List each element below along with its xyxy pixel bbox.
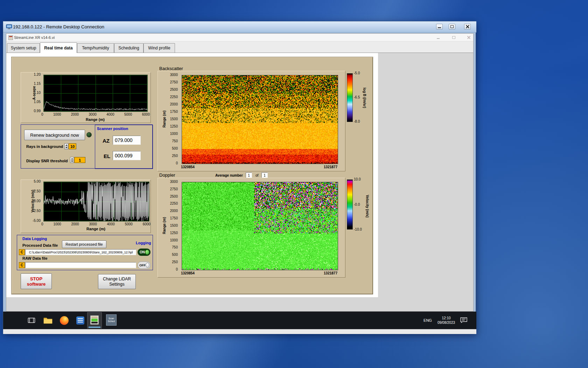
firefox-icon[interactable] (59, 316, 69, 325)
rdp-titlebar[interactable]: 192.168.0.122 - Remote Desktop Connectio… (3, 21, 476, 33)
processed-logging-toggle[interactable]: ON (138, 248, 150, 256)
document-app-icon[interactable] (76, 316, 84, 324)
doppler-plot (182, 182, 338, 270)
velocity-plot-canvas (44, 182, 149, 221)
logging-label: Logging (136, 241, 151, 245)
active-app-underline (89, 327, 100, 328)
snr-spinner[interactable] (70, 157, 74, 163)
tick-label: 5.00 (34, 180, 41, 183)
background-controls-group: Renew background now Rays in background … (21, 124, 153, 169)
change-lidar-settings-button[interactable]: Change LiDAR Settings (98, 274, 136, 289)
toggle-on-label: ON (140, 250, 145, 254)
el-value-field[interactable]: 000.099 (113, 151, 141, 160)
vi-app-icon (8, 35, 13, 41)
stop-software-button[interactable]: STOP software (21, 273, 52, 289)
vi-front-panel: A-scope 1.201.151.101.050.99 01000200030… (6, 53, 378, 297)
tick-label: 2000 (170, 209, 178, 213)
maximize-icon (452, 36, 455, 39)
toggle-knob-icon (146, 263, 149, 268)
ascope-x-ticks: 0100020003000400050006000 (41, 113, 150, 117)
tick-label: 10.0 (354, 178, 360, 181)
snr-value-field[interactable]: 1 (74, 157, 85, 163)
rdp-window-title: 192.168.0.122 - Remote Desktop Connectio… (13, 24, 104, 29)
streamline-app-icon[interactable] (90, 315, 99, 325)
app-titlebar[interactable]: StreamLine XR v14-6.vi (6, 34, 473, 41)
stop-button-line2: software (27, 281, 46, 287)
clock-time: 12:10 (442, 316, 450, 320)
tab-wind-profile[interactable]: Wind profile (144, 43, 175, 53)
thumb-green-band (91, 319, 98, 322)
spin-down-icon[interactable] (71, 161, 73, 162)
backscatter-x-start: 1320854 (181, 165, 195, 169)
scanner-position-group: Scanner position AZ 079.000 EL 000.099 (95, 125, 153, 169)
app-maximize-button[interactable] (451, 35, 456, 40)
ascope-y-ticks: 1.201.151.101.050.99 (23, 73, 42, 113)
spin-up-icon[interactable] (71, 158, 73, 159)
stop-button-line1: STOP (30, 276, 42, 281)
rdp-window: 192.168.0.122 - Remote Desktop Connectio… (3, 21, 476, 334)
taskbar-clock[interactable]: 12:10 09/08/2023 (435, 315, 457, 326)
taskbar: Scan Sched ENG 12:10 09/08/2023 (3, 312, 476, 329)
raw-drive-box[interactable]: C (19, 262, 25, 268)
data-logging-title: Data Logging (22, 237, 47, 241)
restart-processed-file-button[interactable]: Restart processed file (62, 240, 106, 248)
close-button[interactable] (464, 24, 471, 29)
task-view-icon[interactable] (27, 316, 36, 325)
average-number-field[interactable]: 1 (246, 172, 252, 178)
app-minimize-button[interactable] (436, 35, 441, 40)
tick-label: 2500 (170, 195, 178, 198)
file-explorer-icon[interactable] (43, 316, 52, 325)
tick-label: 500 (172, 253, 178, 257)
backscatter-x-end: 1321877 (309, 165, 337, 169)
active-app-slot[interactable] (87, 312, 102, 328)
tab-temp-humidity[interactable]: Temp/humidity (77, 43, 114, 53)
tick-label: 0 (41, 222, 43, 226)
tick-label: 1000 (53, 222, 61, 226)
tab-real-time-data[interactable]: Real time data (40, 42, 77, 53)
backscatter-plot (182, 75, 338, 164)
doppler-y-ticks: 3000275025002250200017501500125010007505… (165, 180, 179, 271)
window-bottom-strip (3, 329, 476, 334)
velocity-y-ticks: 5.002.500.00-2.50-5.00 (25, 180, 42, 223)
doppler-colorbar (347, 179, 353, 230)
scan-scheduler-tile: Scan Sched (106, 314, 117, 326)
raw-path-input[interactable] (25, 262, 136, 268)
average-number-label: Average number (215, 173, 243, 177)
spin-down-icon[interactable] (65, 147, 68, 148)
tick-label: 4000 (106, 113, 114, 117)
maximize-icon (450, 25, 454, 28)
rays-spinner[interactable] (64, 143, 68, 149)
spin-up-icon[interactable] (65, 144, 68, 146)
processed-drive-box[interactable]: C (19, 249, 25, 255)
tick-label: 250 (172, 260, 178, 264)
clock-date: 09/08/2023 (438, 320, 455, 325)
app-close-button[interactable] (466, 35, 471, 40)
raw-logging-toggle[interactable]: OFF (138, 261, 150, 269)
renew-background-button[interactable]: Renew background now (24, 130, 85, 140)
scan-scheduler-icon[interactable]: Scan Sched (106, 314, 117, 326)
average-total-field[interactable]: 1 (261, 172, 268, 178)
tick-label: 1750 (170, 217, 178, 220)
action-center-icon[interactable] (460, 316, 468, 323)
tick-label: 1500 (170, 224, 178, 227)
tick-label: -5.0 (354, 71, 360, 75)
document-app-logo (76, 316, 84, 325)
tab-system-setup[interactable]: System setup (7, 43, 40, 53)
tick-label: 3000 (89, 222, 97, 226)
toggle-knob-icon (145, 250, 149, 255)
tick-label: -0.0 (354, 203, 360, 206)
tick-label: 2750 (170, 81, 178, 84)
doppler-x-end: 1321877 (309, 271, 337, 275)
maximize-button[interactable] (449, 24, 455, 29)
minimize-icon (437, 38, 440, 39)
language-indicator[interactable]: ENG (422, 316, 434, 325)
rays-value-field[interactable]: 10 (69, 143, 76, 149)
doppler-panel: Range (m) 300027502500225020001750150012… (158, 178, 345, 278)
backscatter-panel: Range (m) 300027502500225020001750150012… (158, 71, 345, 171)
snr-threshold-label: Display SNR threshold (26, 159, 68, 163)
minimize-button[interactable] (436, 24, 443, 29)
tab-scheduling[interactable]: Scheduling (114, 43, 144, 53)
computer-icon (6, 24, 12, 31)
az-value-field[interactable]: 079.000 (113, 136, 141, 145)
processed-path-input[interactable] (25, 249, 136, 255)
